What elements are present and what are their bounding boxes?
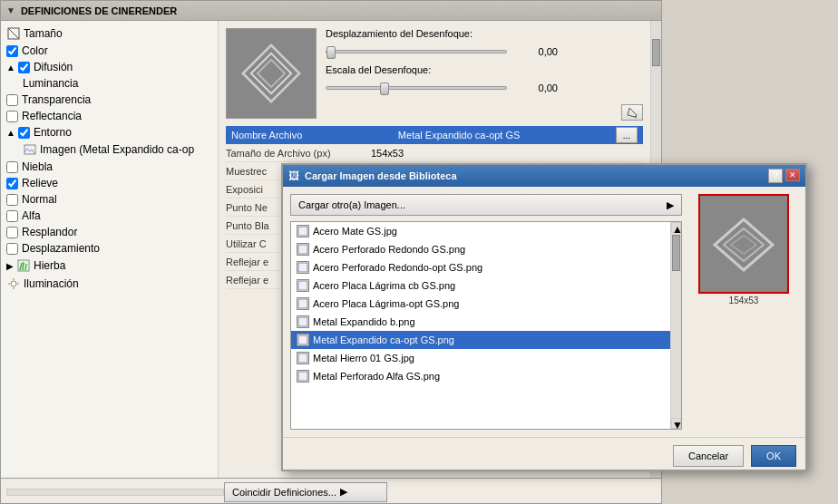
sidebar-label-tamano: Tamaño [24,27,63,40]
sidebar: Tamaño Color ▲ Difusión Luminancia Trans… [1,21,219,478]
svg-rect-13 [235,37,307,110]
sidebar-label-reflectancia: Reflectancia [22,110,82,122]
svg-rect-27 [707,212,780,276]
blur-scale-thumb[interactable] [380,82,389,95]
scroll-down-btn[interactable]: ▼ [671,418,681,429]
blur-displacement-track[interactable] [326,50,507,53]
panel-header: ▼ DEFINICIONES DE CINERENDER [1,1,661,21]
file-name-7: Metal Hierro 01 GS.jpg [313,353,414,363]
sidebar-item-niebla[interactable]: Niebla [1,159,218,175]
file-row-0: Tamaño de Archivo (px) 154x53 [226,144,643,162]
dialog-title: Cargar Imagen desde Biblioteca [305,170,457,181]
file-icon-3 [297,279,309,292]
edit-button[interactable] [621,104,643,121]
sidebar-item-alfa[interactable]: Alfa [1,208,218,224]
sidebar-scroll-area [6,489,224,496]
file-dots-button[interactable]: ... [616,127,638,143]
sidebar-item-hierba[interactable]: ▶ Hierba [1,257,218,275]
file-icon-8 [297,370,309,383]
svg-rect-23 [298,317,307,326]
bottom-bar: Coincidir Definiciones... ▶ [1,478,661,504]
sidebar-item-iluminacion[interactable]: Iluminación [1,275,218,293]
load-other-label: Cargar otro(a) Imagen... [298,199,405,210]
sidebar-label-hierba: Hierba [34,259,65,272]
dialog-scroll-thumb[interactable] [672,235,680,271]
reflectancia-checkbox[interactable] [6,111,18,122]
dialog-preview-box [698,194,789,294]
sidebar-item-resplandor[interactable]: Resplandor [1,224,218,240]
sidebar-item-desplazamiento[interactable]: Desplazamiento [1,240,218,257]
sidebar-item-imagen[interactable]: Imagen (Metal Expandido ca-op [1,141,218,159]
difusion-checkbox[interactable] [18,62,30,73]
relieve-checkbox[interactable] [6,178,18,189]
sidebar-label-alfa: Alfa [22,209,41,222]
file-item-6[interactable]: Metal Expandido ca-opt GS.png [291,331,670,349]
ok-button[interactable]: OK [751,445,796,467]
svg-point-8 [11,281,16,286]
sliders-area: Desplazamiento del Desenfoque: 0,00 Esca… [326,28,643,121]
sidebar-item-color[interactable]: Color [1,43,218,59]
blur-displacement-thumb[interactable] [326,46,336,59]
transparencia-checkbox[interactable] [6,94,18,106]
cancel-button[interactable]: Cancelar [673,445,744,467]
svg-line-6 [23,262,24,270]
sidebar-item-normal[interactable]: Normal [1,191,218,208]
file-icon-1 [297,243,309,256]
sidebar-label-desplazamiento: Desplazamiento [22,242,100,255]
file-label-0: Tamaño de Archivo (px) [226,148,371,159]
svg-rect-26 [298,372,307,381]
normal-checkbox[interactable] [6,194,18,206]
help-button[interactable]: ? [768,169,783,183]
close-button[interactable]: ✕ [785,169,800,181]
dialog-controls: ? ✕ [768,169,800,183]
difusion-arrow-icon: ▲ [6,63,15,73]
file-item-4[interactable]: Acero Placa Lágrima-opt GS.png [291,295,670,313]
sidebar-item-relieve[interactable]: Relieve [1,175,218,191]
sidebar-label-imagen: Imagen (Metal Expandido ca-op [40,143,194,156]
blur-scale-track[interactable] [326,86,507,90]
sidebar-item-luminancia[interactable]: Luminancia [1,75,218,92]
alfa-checkbox[interactable] [6,210,18,222]
image-preview-area: Desplazamiento del Desenfoque: 0,00 Esca… [226,28,643,121]
sidebar-item-difusion[interactable]: ▲ Difusión [1,59,218,75]
file-item-2[interactable]: Acero Perforado Redondo-opt GS.png [291,258,670,276]
file-icon-2 [297,261,309,274]
file-item-5[interactable]: Metal Expandido b.png [291,313,670,331]
desplazamiento-checkbox[interactable] [6,243,18,255]
file-item-8[interactable]: Metal Perforado Alfa GS.png [291,367,670,385]
entorno-checkbox[interactable] [18,127,30,139]
file-value-0: 154x53 [371,148,643,159]
dialog-titlebar: 🖼 Cargar Imagen desde Biblioteca ? ✕ [283,165,805,187]
file-list[interactable]: Acero Mate GS.jpg Acero Perforado Redond… [291,222,670,429]
hierba-icon [16,258,31,273]
sidebar-item-transparencia[interactable]: Transparencia [1,92,218,108]
sidebar-item-tamano[interactable]: Tamaño [1,24,218,43]
file-name-4: Acero Placa Lágrima-opt GS.png [313,298,459,309]
svg-point-3 [32,147,34,150]
file-icon-4 [297,297,309,310]
file-item-7[interactable]: Metal Hierro 01 GS.jpg [291,349,670,367]
file-header-col1: Nombre Archivo [231,130,302,141]
sidebar-item-reflectancia[interactable]: Reflectancia [1,108,218,124]
panel-title: DEFINICIONES DE CINERENDER [21,5,177,16]
blur-displacement-label: Desplazamiento del Desenfoque: [326,28,489,39]
niebla-checkbox[interactable] [6,161,18,173]
load-other-button[interactable]: Cargar otro(a) Imagen... ▶ [290,194,682,216]
sidebar-item-entorno[interactable]: ▲ Entorno [1,124,218,141]
dialog-file-scrollbar[interactable]: ▲ ▼ [670,222,681,429]
resplandor-checkbox[interactable] [6,227,18,238]
coincidir-button[interactable]: Coincidir Definiciones... ▶ [224,482,387,502]
svg-rect-20 [298,263,307,272]
sidebar-hscrollbar[interactable] [6,489,224,496]
file-info-header: Nombre Archivo Metal Expandido ca-opt GS… [226,126,643,144]
scroll-up-btn[interactable]: ▲ [671,222,681,233]
collapse-arrow-icon[interactable]: ▼ [6,5,15,15]
color-checkbox[interactable] [6,45,18,57]
file-item-3[interactable]: Acero Placa Lágrima cb GS.png [291,276,670,295]
scrollbar-thumb[interactable] [652,39,660,66]
file-item-1[interactable]: Acero Perforado Redondo GS.png [291,240,670,258]
svg-rect-19 [298,245,307,254]
blur-scale-label: Escala del Desenfoque: [326,64,489,75]
file-item-0[interactable]: Acero Mate GS.jpg [291,222,670,240]
file-name-8: Metal Perforado Alfa GS.png [313,371,440,382]
